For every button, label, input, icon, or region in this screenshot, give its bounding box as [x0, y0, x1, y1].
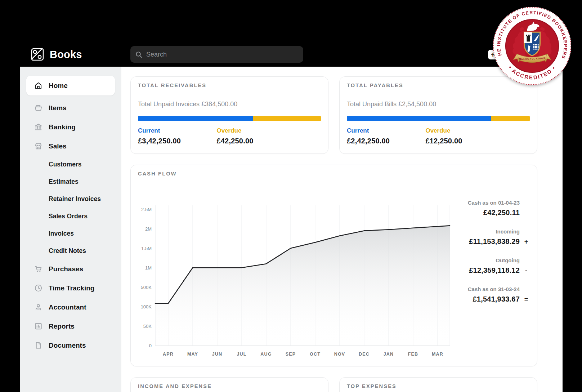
sidebar-item-items[interactable]: Items: [20, 98, 121, 117]
app-window: Books + Home: [20, 42, 563, 392]
chart-x-tick-label: JAN: [384, 352, 394, 357]
app-shell: Home Items Banking: [20, 67, 563, 392]
sidebar-item-sales[interactable]: Sales: [20, 137, 121, 156]
desktop-background: Books + Home: [0, 0, 582, 392]
overdue-label: Overdue: [216, 127, 321, 134]
payables-progress-bar: [347, 116, 530, 121]
icb-badge-seal: THE INSTITUTE OF CERTIFIED BOOKKEEPERS ™…: [492, 6, 572, 86]
sidebar: Home Items Banking: [20, 67, 121, 392]
search-icon: [135, 51, 142, 58]
cash-closing-group: Cash as on 31-03-24 £1,541,933.67=: [447, 286, 530, 303]
chart-x-tick-label: APR: [163, 352, 174, 357]
bar-chart-icon: [34, 322, 42, 330]
card-title: INCOME AND EXPENSE: [138, 383, 212, 389]
sidebar-item-label: Banking: [49, 123, 76, 131]
chart-x-tick-label: AUG: [260, 352, 272, 357]
chart-x-tick-label: MAY: [187, 352, 198, 357]
cash-closing-label: Cash as on 31-03-24: [447, 286, 530, 292]
cash-closing-value: £1,541,933.67: [473, 295, 520, 303]
sidebar-item-label: Time Tracking: [49, 284, 94, 292]
card-header: CASH FLOW: [131, 165, 537, 182]
sidebar-item-banking[interactable]: Banking: [20, 117, 121, 137]
current-label: Current: [138, 127, 216, 134]
card-header: TOTAL RECEIVABLES: [131, 77, 328, 94]
sidebar-item-home[interactable]: Home: [26, 76, 115, 95]
card-title: CASH FLOW: [138, 171, 177, 177]
overdue-label: Overdue: [425, 127, 530, 134]
current-label: Current: [347, 127, 425, 134]
cart-icon: [34, 265, 42, 273]
chart-y-tick-label: 100K: [141, 304, 152, 309]
unpaid-invoices-summary: Total Unpaid Invoices £384,500.00: [138, 101, 321, 108]
sidebar-item-time-tracking[interactable]: Time Tracking: [20, 279, 121, 298]
cashflow-area-chart: 050K100K500K1M1.5M2M2.5MAPRMAYJUNJULAUGS…: [138, 195, 458, 360]
sidebar-item-estimates[interactable]: Estimates: [20, 173, 121, 190]
receivables-current: Current £3,42,250.00: [138, 127, 216, 145]
chart-area-fill: [155, 226, 450, 346]
brand-name: Books: [50, 49, 82, 61]
cash-opening-group: Cash as on 01-04-23 £42,250.11: [447, 200, 530, 217]
overdue-value: £12,250.00: [425, 137, 530, 145]
sidebar-item-label: Purchases: [49, 265, 83, 273]
card-title: TOTAL RECEIVABLES: [138, 83, 206, 88]
sidebar-item-customers[interactable]: Customers: [20, 156, 121, 173]
minus-sign: -: [523, 267, 530, 275]
sidebar-item-label: Reports: [49, 322, 75, 330]
chart-x-tick-label: NOV: [334, 352, 345, 357]
sidebar-item-label: Home: [49, 82, 68, 90]
chart-x-tick-label: MAR: [432, 352, 443, 357]
current-value: £2,42,250.00: [347, 137, 425, 145]
chart-x-tick-label: JUN: [212, 352, 223, 357]
search-input[interactable]: [146, 51, 298, 58]
chart-x-tick-label: OCT: [310, 352, 321, 357]
current-value: £3,42,250.00: [138, 137, 216, 145]
chart-y-tick-label: 1M: [145, 265, 152, 271]
search-bar[interactable]: [130, 46, 303, 63]
chart-y-tick-label: 500K: [141, 285, 152, 290]
sidebar-item-documents[interactable]: Documents: [20, 336, 121, 355]
card-header: INCOME AND EXPENSE: [131, 378, 328, 392]
bank-icon: [34, 123, 42, 131]
total-payables-card: TOTAL PAYABLES Total Unpaid Bills £2,54,…: [339, 76, 537, 154]
badge-trademark: ™: [560, 26, 562, 29]
sidebar-item-sales-orders[interactable]: Sales Orders: [20, 208, 121, 225]
chart-y-tick-label: 1.5M: [141, 246, 152, 251]
equals-sign: =: [523, 296, 530, 303]
incoming-label: Incoming: [447, 228, 530, 235]
top-expenses-card: TOP EXPENSES: [339, 377, 537, 392]
chart-x-tick-label: SEP: [286, 352, 296, 357]
sidebar-item-credit-notes[interactable]: Credit Notes: [20, 242, 121, 259]
sidebar-item-label: Documents: [49, 342, 86, 349]
sidebar-item-retainer-invoices[interactable]: Retainer Invoices: [20, 190, 121, 208]
home-icon: [34, 81, 42, 90]
cash-flow-card: CASH FLOW 050K100K500K1M1.5M2M2.5MAPRMAY…: [130, 165, 537, 366]
shield-abacus: [533, 44, 539, 49]
shield-tower: [526, 35, 530, 41]
chart-x-tick-label: JUL: [237, 352, 246, 357]
payables-overdue: Overdue £12,250.00: [425, 127, 530, 145]
card-header: TOP EXPENSES: [340, 378, 537, 392]
incoming-value: £11,153,838.29: [469, 237, 520, 246]
sidebar-item-purchases[interactable]: Purchases: [20, 259, 121, 279]
person-icon: [34, 303, 42, 311]
chart-x-tick-label: DEC: [359, 352, 370, 357]
sidebar-item-accountant[interactable]: Accountant: [20, 298, 121, 317]
sidebar-item-reports[interactable]: Reports: [20, 317, 121, 336]
receivables-progress-bar: [138, 116, 321, 121]
receivables-overdue: Overdue £42,250.00: [216, 127, 321, 145]
card-title: TOP EXPENSES: [347, 383, 397, 389]
card-title: TOTAL PAYABLES: [347, 83, 403, 88]
chart-y-tick-label: 50K: [143, 324, 152, 329]
total-receivables-card: TOTAL RECEIVABLES Total Unpaid Invoices …: [130, 76, 328, 154]
storefront-icon: [34, 142, 42, 150]
basket-icon: [34, 104, 42, 112]
books-logo-icon: [30, 47, 45, 62]
outgoing-label: Outgoing: [447, 257, 530, 263]
chart-y-tick-label: 0: [149, 343, 152, 348]
outgoing-value: £12,359,118.12: [469, 266, 520, 275]
brand: Books: [30, 47, 82, 62]
sidebar-item-invoices[interactable]: Invoices: [20, 225, 121, 242]
cashflow-summary-panel: Cash as on 01-04-23 £42,250.11 Incoming …: [447, 200, 530, 315]
overdue-value: £42,250.00: [216, 137, 321, 145]
chart-x-tick-label: FEB: [408, 352, 418, 357]
